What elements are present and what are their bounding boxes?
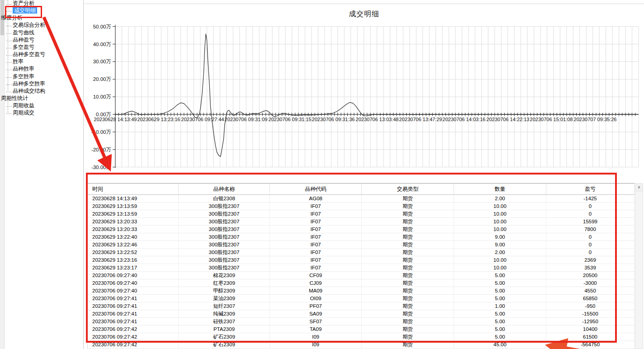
tree-branch-icon	[6, 112, 12, 114]
table-cell: 10.00	[454, 226, 546, 233]
sidebar-item-7[interactable]: 品种多空盈亏	[6, 51, 45, 58]
table-cell: 20230706 09:27:40	[88, 279, 179, 287]
table-row[interactable]: 20230629 13:23:16300股指2307IF07期货10.00236…	[88, 256, 635, 264]
table-cell: 棉花2309	[179, 272, 270, 279]
table-row[interactable]: 20230629 13:22:52300股指2307IF07期货2.000	[88, 249, 635, 256]
tree-branch-icon	[6, 76, 12, 78]
table-row[interactable]: 20230706 09:27:41纯碱2309SA09期货5.00-15500	[88, 310, 635, 318]
table-cell: 0	[546, 210, 635, 217]
table-cell: IF07	[270, 226, 362, 233]
sidebar-item-2[interactable]: 维度分析	[1, 14, 23, 21]
tree-branch-icon	[6, 54, 12, 56]
table-row[interactable]: 20230706 09:27:40棉花2309CF09期货5.0020500	[88, 272, 635, 279]
table-row[interactable]: 20230706 09:27:42矿石2309I09期货45.00-564750	[88, 341, 635, 349]
table-cell: IF07	[270, 210, 362, 217]
table-cell: MA09	[270, 287, 362, 294]
panel-divider	[84, 4, 644, 4]
table-cell: 20230706 09:27:41	[88, 310, 179, 317]
table-cell: -12950	[546, 318, 635, 325]
table-cell: 20230706 09:27:41	[88, 302, 179, 310]
table-cell: IF07	[270, 218, 362, 225]
table-cell: 20500	[546, 272, 635, 279]
table-row[interactable]: 20230706 09:27:41硅铁2307SF07期货5.00-12950	[88, 318, 635, 325]
sidebar-item-6[interactable]: 多空盈亏	[6, 43, 34, 51]
table-row[interactable]: 20230706 09:27:40甲醇2309MA09期货5.004550	[88, 287, 635, 295]
table-cell: IF07	[270, 241, 362, 248]
table-row[interactable]: 20230706 09:27:40红枣2309CJ09期货5.00-3000	[88, 279, 635, 287]
column-header-1[interactable]: 品种名称	[179, 184, 270, 194]
table-cell: CF09	[270, 272, 362, 279]
table-row[interactable]: 20230706 09:27:41短纤2307PF07期货1.00-950	[88, 302, 635, 310]
sidebar-item-15[interactable]: 周期成交	[6, 109, 34, 116]
sidebar-scrollbar[interactable]	[0, 0, 5, 349]
sidebar-item-label: 品种多空盈亏	[13, 51, 45, 57]
table-row[interactable]: 20230629 13:13:59300股指2307IF07期货10.000	[88, 203, 635, 210]
tree-branch-icon	[6, 68, 12, 70]
y-axis-tick-label: 30.00万	[84, 58, 111, 65]
table-cell: 300股指2307	[179, 218, 270, 225]
table-scrollbar[interactable]: ∧	[635, 183, 643, 349]
x-axis-tick-label: 20230706 14:03:16	[443, 117, 486, 122]
table-cell: 红枣2309	[179, 279, 270, 287]
table-cell: -15500	[546, 310, 635, 317]
table-row[interactable]: 20230706 09:27:42矿石2309I09期货5.0061500	[88, 333, 635, 341]
table-cell: -1425	[546, 195, 635, 202]
column-header-2[interactable]: 品种代码	[270, 184, 362, 194]
tree-branch-icon	[6, 105, 12, 107]
sidebar-item-5[interactable]: 品种盈亏	[6, 36, 34, 43]
column-header-5[interactable]: 盈亏	[546, 184, 635, 194]
table-cell: IF07	[270, 264, 362, 271]
table-cell: 20230706 09:27:41	[88, 295, 179, 302]
sidebar-item-10[interactable]: 多空胜率	[6, 73, 34, 80]
table-row[interactable]: 20230629 13:23:17300股指2307IF07期货10.00353…	[88, 264, 635, 272]
sidebar-item-4[interactable]: 盈亏曲线	[6, 29, 34, 36]
sidebar-item-13[interactable]: 周期性统计	[1, 94, 28, 102]
table-cell: 300股指2307	[179, 233, 270, 241]
table-row[interactable]: 20230628 14:13:49白银2308AG08期货2.00-1425	[88, 195, 635, 203]
table-cell: PTA2309	[179, 325, 270, 333]
sidebar-item-14[interactable]: 周期收益	[6, 102, 34, 109]
tree-branch-icon	[6, 47, 12, 48]
table-cell: 矿石2309	[179, 341, 270, 348]
table-cell: 20230629 13:13:59	[88, 210, 179, 217]
tree-branch-icon	[6, 3, 12, 5]
column-header-0[interactable]: 时间	[88, 184, 179, 194]
table-row[interactable]: 20230629 13:22:46300股指2307IF07期货9.000	[88, 241, 635, 249]
table-cell: 300股指2307	[179, 210, 270, 217]
table-cell: 3539	[546, 264, 635, 271]
table-cell: 5.00	[454, 333, 546, 340]
x-axis-tick-label: 20230706 09:31:15	[269, 117, 312, 122]
sidebar-item-3[interactable]: 交易综合分析	[6, 21, 45, 28]
tree-branch-icon	[6, 90, 12, 92]
scroll-up-arrow-icon[interactable]: ∧	[635, 184, 643, 191]
table-cell: 20230629 13:23:16	[88, 256, 179, 264]
x-axis-tick-label: 20230707 09:35:26	[574, 117, 617, 122]
column-header-4[interactable]: 数量	[454, 184, 546, 194]
sidebar-item-8[interactable]: 胜率	[6, 58, 24, 65]
trade-detail-table: 时间品种名称品种代码交易类型数量盈亏 20230628 14:13:49白银23…	[87, 183, 635, 349]
sidebar-item-label: 周期成交	[13, 109, 34, 116]
table-row[interactable]: 20230629 13:22:40300股指2307IF07期货9.000	[88, 233, 635, 241]
table-row[interactable]: 20230706 09:27:41菜油2309OI09期货5.0065850	[88, 295, 635, 302]
table-cell: 期货	[362, 226, 454, 233]
table-row[interactable]: 20230629 13:13:59300股指2307IF07期货10.000	[88, 210, 635, 218]
table-cell: 10.00	[454, 203, 546, 210]
table-cell: 期货	[362, 203, 454, 210]
sidebar-item-1[interactable]: 成交明细	[6, 7, 37, 14]
table-row[interactable]: 20230629 13:20:33300股指2307IF07期货10.00780…	[88, 226, 635, 233]
sidebar-item-0[interactable]: 资产分析	[6, 0, 34, 7]
table-row[interactable]: 20230706 09:27:42PTA2309TA09期货5.0010400	[88, 325, 635, 333]
table-cell: 300股指2307	[179, 249, 270, 256]
table-row[interactable]: 20230629 13:20:33300股指2307IF07期货10.00155…	[88, 218, 635, 226]
tree-connector-line	[8, 18, 8, 91]
sidebar-item-label: 交易综合分析	[13, 22, 45, 28]
table-cell: 期货	[362, 287, 454, 294]
column-header-3[interactable]: 交易类型	[362, 184, 454, 194]
table-cell: 期货	[362, 302, 454, 310]
sidebar-item-label: 品种盈亏	[13, 37, 34, 43]
sidebar-item-11[interactable]: 品种多空胜率	[6, 80, 45, 87]
sidebar-item-12[interactable]: 品种成交结构	[6, 87, 45, 94]
table-cell: 5.00	[454, 287, 546, 294]
table-cell: SA09	[270, 310, 362, 317]
sidebar-item-9[interactable]: 品种胜率	[6, 65, 34, 72]
